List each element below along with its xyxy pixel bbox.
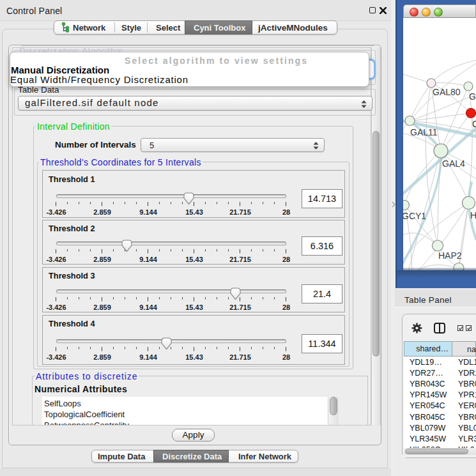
svg-text:C: C (472, 119, 476, 129)
svg-text:GAL4: GAL4 (442, 158, 465, 169)
svg-text:HI: HI (470, 210, 476, 220)
svg-text:HAP2: HAP2 (438, 250, 462, 261)
svg-text:GA: GA (469, 91, 476, 102)
svg-text:GAL80: GAL80 (433, 87, 461, 97)
svg-text:GCY1: GCY1 (403, 211, 426, 221)
svg-text:GAL11: GAL11 (410, 127, 438, 137)
